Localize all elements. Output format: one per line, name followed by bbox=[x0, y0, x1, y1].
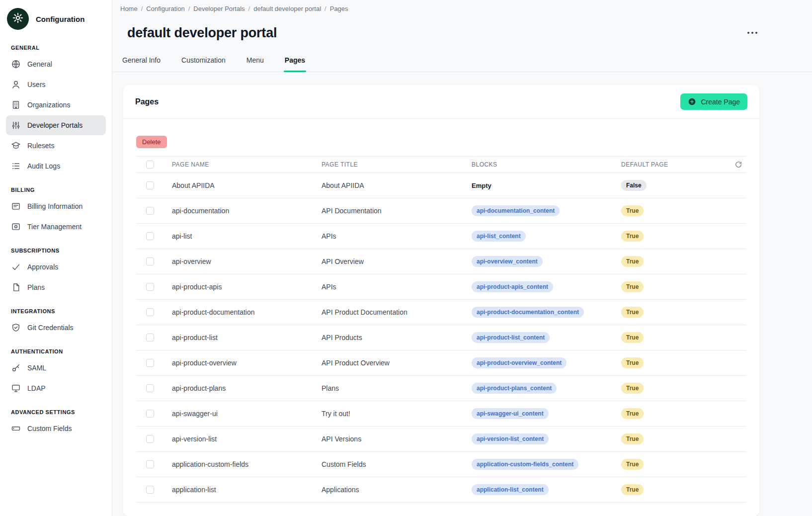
app-window: Configuration GENERALGeneralUsersOrganiz… bbox=[0, 0, 812, 516]
table-row: api-swagger-uiTry it out!api-swagger-ui_… bbox=[136, 401, 746, 427]
delete-button[interactable]: Delete bbox=[136, 136, 167, 148]
blocks-badge: api-documentation_content bbox=[472, 205, 560, 216]
sidebar-item-audit-logs[interactable]: Audit Logs bbox=[6, 156, 106, 176]
breadcrumb-item-configuration[interactable]: Configuration bbox=[146, 5, 184, 12]
sidebar-item-rulesets[interactable]: Rulesets bbox=[6, 136, 106, 156]
row-checkbox[interactable] bbox=[146, 283, 154, 291]
select-all-checkbox[interactable] bbox=[146, 161, 154, 169]
breadcrumb-separator: / bbox=[325, 5, 326, 12]
tier-icon bbox=[11, 222, 21, 232]
refresh-cell bbox=[725, 161, 746, 169]
row-checkbox[interactable] bbox=[146, 384, 154, 392]
page-title-cell: APIs bbox=[322, 232, 472, 240]
row-checkbox[interactable] bbox=[146, 334, 154, 342]
page-title-cell: Try it out! bbox=[322, 410, 472, 418]
page-title-cell: Applications bbox=[322, 486, 472, 494]
breadcrumb: Home/Configuration/Developer Portals/def… bbox=[120, 5, 760, 12]
tab-customization[interactable]: Customization bbox=[180, 52, 227, 72]
blocks-cell: api-documentation_content bbox=[472, 205, 621, 216]
table-row: api-product-listAPI Productsapi-product-… bbox=[136, 325, 746, 350]
row-checkbox[interactable] bbox=[146, 207, 154, 215]
column-header-blocks: BLOCKS bbox=[472, 161, 621, 168]
blocks-badge: api-product-plans_content bbox=[472, 383, 557, 394]
sidebar-section-title-general: GENERAL bbox=[6, 41, 106, 54]
sidebar-item-custom-fields[interactable]: Custom Fields bbox=[6, 419, 106, 438]
input-field-icon bbox=[11, 424, 21, 433]
row-checkbox[interactable] bbox=[146, 232, 154, 240]
row-checkbox[interactable] bbox=[146, 486, 154, 494]
sidebar-item-users[interactable]: Users bbox=[6, 75, 106, 94]
default-page-cell: False bbox=[621, 180, 725, 191]
sidebar-item-general[interactable]: General bbox=[6, 54, 106, 74]
page-name-cell: api-product-apis bbox=[172, 283, 322, 291]
blocks-badge: application-list_content bbox=[472, 484, 549, 495]
row-checkbox[interactable] bbox=[146, 181, 154, 189]
sidebar-item-approvals[interactable]: Approvals bbox=[6, 257, 106, 277]
tab-pages[interactable]: Pages bbox=[284, 52, 306, 72]
page-title: default developer portal bbox=[127, 24, 277, 41]
sidebar-item-developer-portals[interactable]: Developer Portals bbox=[6, 115, 106, 135]
sidebar-item-billing-information[interactable]: Billing Information bbox=[6, 196, 106, 216]
sidebar-section-title-authentication: AUTHENTICATION bbox=[6, 344, 106, 357]
sidebar-item-git-credentials[interactable]: Git Credentials bbox=[6, 318, 106, 338]
default-page-badge: True bbox=[621, 433, 644, 444]
table-row: api-overviewAPI Overviewapi-overview_con… bbox=[136, 249, 746, 274]
row-checkbox[interactable] bbox=[146, 359, 154, 367]
row-checkbox[interactable] bbox=[146, 308, 154, 316]
row-checkbox[interactable] bbox=[146, 258, 154, 265]
table-row: api-product-apisAPIsapi-product-apis_con… bbox=[136, 274, 746, 300]
monitor-icon bbox=[11, 383, 21, 393]
table-row: api-product-plansPlansapi-product-plans_… bbox=[136, 376, 746, 401]
checkbox-cell bbox=[136, 308, 172, 316]
sidebar-item-label: Plans bbox=[27, 283, 45, 291]
blocks-cell: api-product-apis_content bbox=[472, 281, 621, 292]
page-title-cell: API Documentation bbox=[322, 207, 472, 215]
breadcrumb-separator: / bbox=[141, 5, 143, 12]
breadcrumb-item-developer-portals[interactable]: Developer Portals bbox=[193, 5, 244, 12]
checkbox-cell bbox=[136, 181, 172, 189]
checkbox-cell bbox=[136, 161, 172, 169]
plus-circle-icon bbox=[688, 97, 696, 106]
more-actions-button[interactable] bbox=[744, 29, 760, 37]
tab-general-info[interactable]: General Info bbox=[121, 52, 162, 72]
row-checkbox[interactable] bbox=[146, 410, 154, 418]
page-name-cell: application-list bbox=[172, 486, 322, 494]
page-title-cell: API Overview bbox=[322, 258, 472, 265]
default-page-badge: True bbox=[621, 408, 644, 419]
sidebar-item-organizations[interactable]: Organizations bbox=[6, 95, 106, 115]
sidebar-item-label: General bbox=[27, 60, 52, 68]
page-name-cell: api-product-list bbox=[172, 334, 322, 342]
sidebar-nav: GENERALGeneralUsersOrganizationsDevelope… bbox=[6, 41, 106, 438]
page-title-cell: API Product Documentation bbox=[322, 308, 472, 316]
sidebar-item-label: Users bbox=[27, 81, 46, 88]
breadcrumb-item-pages[interactable]: Pages bbox=[330, 5, 348, 12]
table-header-row: PAGE NAMEPAGE TITLEBLOCKSDEFAULT PAGE bbox=[136, 156, 746, 173]
sidebar-item-ldap[interactable]: LDAP bbox=[6, 378, 106, 398]
sidebar-item-label: Billing Information bbox=[27, 202, 82, 210]
shield-check-icon bbox=[11, 323, 21, 333]
breadcrumb-item-default-developer-portal[interactable]: default developer portal bbox=[253, 5, 321, 12]
table-row: api-listAPIsapi-list_contentTrue bbox=[136, 224, 746, 249]
default-page-badge: True bbox=[621, 281, 644, 292]
page-title-cell: Custom Fields bbox=[322, 460, 472, 468]
credit-card-icon bbox=[11, 201, 21, 211]
sidebar-item-label: LDAP bbox=[27, 384, 46, 392]
sidebar-item-plans[interactable]: Plans bbox=[6, 277, 106, 297]
default-page-cell: True bbox=[621, 459, 725, 470]
page-title-cell: About APIIDA bbox=[322, 181, 472, 189]
blocks-cell: api-product-overview_content bbox=[472, 357, 621, 368]
blocks-cell: api-product-plans_content bbox=[472, 383, 621, 394]
default-page-cell: True bbox=[621, 484, 725, 495]
table-row: About APIIDAAbout APIIDAEmptyFalse bbox=[136, 173, 746, 198]
create-page-button[interactable]: Create Page bbox=[680, 93, 747, 110]
refresh-icon[interactable] bbox=[734, 161, 742, 169]
row-checkbox[interactable] bbox=[146, 460, 154, 468]
app-logo[interactable] bbox=[7, 8, 29, 30]
checkbox-cell bbox=[136, 359, 172, 367]
tab-menu[interactable]: Menu bbox=[245, 52, 265, 72]
default-page-cell: True bbox=[621, 205, 725, 216]
sidebar-item-tier-management[interactable]: Tier Management bbox=[6, 217, 106, 237]
row-checkbox[interactable] bbox=[146, 435, 154, 443]
breadcrumb-item-home[interactable]: Home bbox=[120, 5, 138, 12]
sidebar-item-saml[interactable]: SAML bbox=[6, 358, 106, 378]
